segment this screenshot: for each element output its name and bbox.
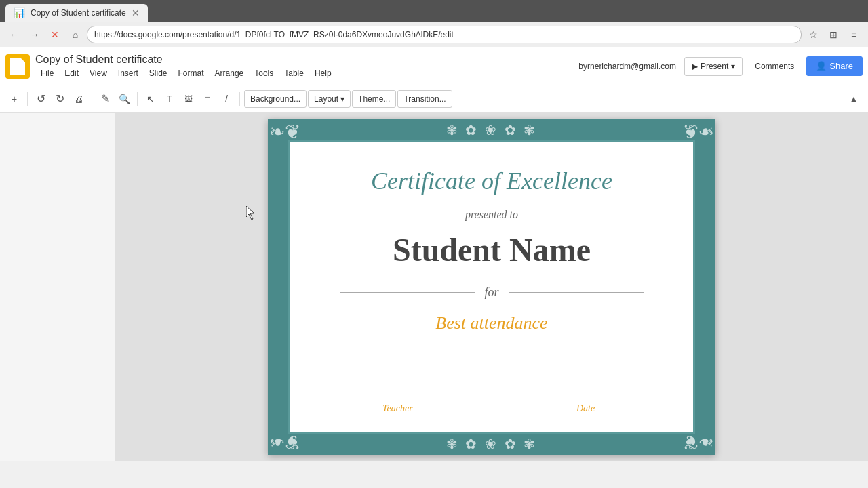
- image-button[interactable]: 🖼: [180, 90, 197, 108]
- toolbar-sep-3: [137, 92, 138, 106]
- achievement-text: Best attendance: [435, 313, 547, 333]
- zoom-button[interactable]: 🔍: [115, 90, 133, 108]
- nav-icons: ☆ ⊞ ≡: [804, 26, 863, 43]
- main-area: ❧❦ ❧❦ ❧❦ ❧❦ ✾ ✿ ❀ ✿ ✾ ✾ ✿ ❀ ✿ ✾ ✾ ✿ ✾ ✾ …: [0, 113, 868, 461]
- forward-button[interactable]: →: [26, 26, 43, 43]
- nav-bar: ← → ✕ ⌂ https://docs.google.com/presenta…: [0, 22, 868, 47]
- collapse-button[interactable]: ▲: [845, 90, 863, 108]
- menu-insert[interactable]: Insert: [113, 67, 144, 79]
- home-button[interactable]: ⌂: [66, 26, 84, 43]
- teacher-sig-line: [321, 399, 475, 399]
- student-name: Student Name: [393, 231, 591, 268]
- floral-top: ✾ ✿ ❀ ✿ ✾: [446, 122, 537, 138]
- background-label: Background...: [250, 94, 300, 104]
- browser-tab-bar: 📊 Copy of Student certificate ✕: [0, 0, 868, 22]
- extensions-button[interactable]: ⊞: [825, 26, 842, 43]
- bookmark-star-button[interactable]: ☆: [804, 26, 822, 43]
- menu-tools[interactable]: Tools: [249, 67, 279, 79]
- certificate-title: Certificate of Excellence: [371, 167, 612, 195]
- tab-title: Copy of Student certificate: [31, 8, 126, 18]
- slide-container: ❧❦ ❧❦ ❧❦ ❧❦ ✾ ✿ ❀ ✿ ✾ ✾ ✿ ❀ ✿ ✾ ✾ ✿ ✾ ✾ …: [268, 119, 715, 455]
- line-right: [509, 292, 644, 293]
- background-button[interactable]: Background...: [244, 90, 307, 108]
- share-button[interactable]: 👤 Share: [806, 56, 863, 76]
- document-title[interactable]: Copy of Student certificate: [35, 54, 578, 66]
- date-signature: Date: [509, 399, 663, 414]
- present-icon: ▶: [692, 62, 698, 71]
- back-button[interactable]: ←: [5, 26, 23, 43]
- date-sig-line: [509, 399, 663, 399]
- user-email: byrnerichardm@gmail.com: [578, 62, 676, 71]
- reload-button[interactable]: ✕: [46, 26, 64, 43]
- browser-menu-button[interactable]: ≡: [845, 26, 863, 43]
- tab-favicon: 📊: [14, 7, 25, 18]
- comments-button[interactable]: Comments: [748, 58, 801, 75]
- app-title-area: Copy of Student certificate File Edit Vi…: [35, 54, 578, 79]
- transition-label: Transition...: [403, 94, 446, 104]
- for-text: for: [485, 285, 499, 300]
- menu-view[interactable]: View: [84, 67, 113, 79]
- app-header: Copy of Student certificate File Edit Vi…: [0, 47, 868, 85]
- share-label: Share: [829, 61, 853, 71]
- present-dropdown-icon: ▾: [731, 62, 735, 71]
- url-text: https://docs.google.com/presentation/d/1…: [94, 30, 454, 39]
- header-right: byrnerichardm@gmail.com ▶ Present ▾ Comm…: [578, 56, 863, 76]
- add-slide-button[interactable]: +: [5, 90, 23, 108]
- floral-bottom: ✾ ✿ ❀ ✿ ✾: [446, 436, 537, 452]
- layout-label: Layout: [314, 94, 338, 104]
- undo-button[interactable]: ↺: [32, 90, 50, 108]
- redo-button[interactable]: ↻: [51, 90, 68, 108]
- paint-format-button[interactable]: ✎: [96, 90, 114, 108]
- browser-tab[interactable]: 📊 Copy of Student certificate ✕: [5, 4, 148, 22]
- print-button[interactable]: 🖨: [70, 90, 87, 108]
- transition-button[interactable]: Transition...: [397, 90, 452, 108]
- present-label: Present: [701, 62, 728, 71]
- slides-logo-icon: [10, 58, 25, 75]
- tab-close-button[interactable]: ✕: [132, 7, 140, 18]
- for-line: for: [340, 285, 644, 300]
- canvas-area[interactable]: ❧❦ ❧❦ ❧❦ ❧❦ ✾ ✿ ❀ ✿ ✾ ✾ ✿ ❀ ✿ ✾ ✾ ✿ ✾ ✾ …: [115, 113, 868, 461]
- menu-arrange[interactable]: Arrange: [210, 67, 250, 79]
- theme-label: Theme...: [358, 94, 390, 104]
- teacher-label: Teacher: [321, 403, 475, 414]
- menu-format[interactable]: Format: [173, 67, 210, 79]
- menu-slide[interactable]: Slide: [144, 67, 173, 79]
- present-button[interactable]: ▶ Present ▾: [684, 57, 743, 76]
- shapes-button[interactable]: ◻: [199, 90, 216, 108]
- menu-edit[interactable]: Edit: [59, 67, 84, 79]
- signature-area: Teacher Date: [321, 399, 663, 421]
- line-button[interactable]: /: [218, 90, 235, 108]
- presented-to-text: presented to: [465, 209, 518, 221]
- slide-content: Certificate of Excellence presented to S…: [302, 153, 682, 421]
- share-icon: 👤: [816, 61, 827, 71]
- cursor-button[interactable]: ↖: [142, 90, 159, 108]
- layout-dropdown-icon: ▾: [340, 94, 344, 104]
- theme-button[interactable]: Theme...: [352, 90, 396, 108]
- toolbar: + ↺ ↻ 🖨 ✎ 🔍 ↖ T 🖼 ◻ / Background... Layo…: [0, 85, 868, 113]
- address-bar[interactable]: https://docs.google.com/presentation/d/1…: [87, 26, 802, 43]
- layout-button[interactable]: Layout ▾: [308, 90, 351, 108]
- toolbar-sep-1: [27, 92, 28, 106]
- date-label: Date: [509, 403, 663, 414]
- teacher-signature: Teacher: [321, 399, 475, 414]
- menu-table[interactable]: Table: [279, 67, 309, 79]
- menu-file[interactable]: File: [35, 67, 59, 79]
- toolbar-sep-2: [92, 92, 92, 106]
- app-logo: [5, 54, 30, 79]
- app-menu: File Edit View Insert Slide Format Arran…: [35, 67, 578, 79]
- toolbar-sep-4: [239, 92, 240, 106]
- menu-help[interactable]: Help: [309, 67, 337, 79]
- line-left: [340, 292, 475, 293]
- text-button[interactable]: T: [161, 90, 178, 108]
- slides-panel: [0, 113, 115, 461]
